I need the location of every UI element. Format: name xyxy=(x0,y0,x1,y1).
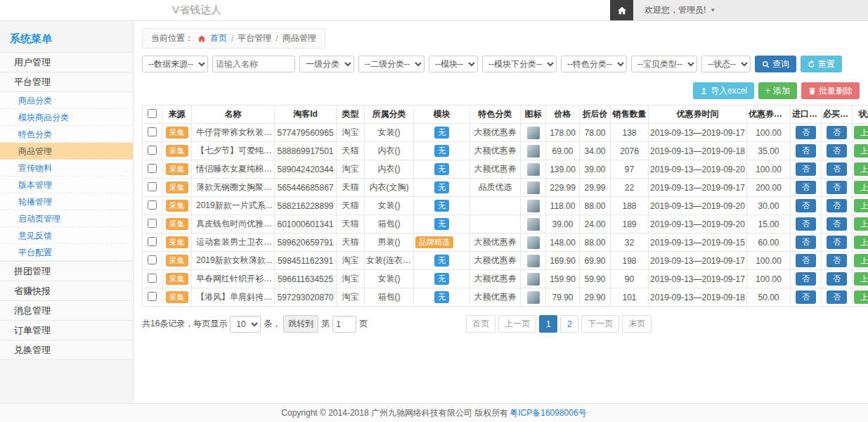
filter-module-subcategory[interactable]: --模块下分类-- xyxy=(482,56,557,72)
status-button[interactable]: 上架 xyxy=(854,199,868,212)
submenu-item-feedback[interactable]: 意见反馈 xyxy=(0,227,133,244)
search-name-input[interactable] xyxy=(212,56,295,72)
import-select-toggle[interactable]: 否 xyxy=(796,272,816,286)
submenu-item-goods-mgmt[interactable]: 商品管理 xyxy=(0,143,133,160)
row-checkbox[interactable] xyxy=(148,146,157,155)
sidebar-item-exchange-mgmt[interactable]: 兑换管理 xyxy=(0,340,133,360)
reset-button[interactable]: 重置 xyxy=(801,56,842,72)
must-buy-toggle[interactable]: 否 xyxy=(827,217,847,231)
row-checkbox[interactable] xyxy=(148,237,157,246)
breadcrumb-item-platform[interactable]: 平台管理 xyxy=(238,32,271,44)
sidebar-item-platform-mgmt[interactable]: 平台管理 xyxy=(0,72,133,92)
refresh-icon xyxy=(808,60,815,68)
page-button-2[interactable]: 2 xyxy=(560,315,578,333)
row-checkbox[interactable] xyxy=(148,182,157,191)
row-checkbox[interactable] xyxy=(148,255,157,264)
user-menu[interactable]: 欢迎您，管理员! ▼ xyxy=(633,0,868,20)
submenu-item-version-mgmt[interactable]: 版本管理 xyxy=(0,177,133,193)
import-select-toggle[interactable]: 否 xyxy=(796,254,816,267)
table-row: 采集 2019新款一片式系... 588216228899 天猫 女装() 无 … xyxy=(143,197,868,215)
row-checkbox[interactable] xyxy=(148,274,157,283)
import-icon xyxy=(700,87,708,95)
status-button[interactable]: 上架 xyxy=(854,290,868,304)
add-button[interactable]: + 添加 xyxy=(758,82,797,99)
must-buy-toggle[interactable]: 否 xyxy=(827,144,847,158)
import-select-toggle[interactable]: 否 xyxy=(796,290,816,304)
submenu-item-module-goods-category[interactable]: 模块商品分类 xyxy=(0,109,133,126)
search-button[interactable]: 查询 xyxy=(755,56,796,72)
status-button[interactable]: 上架 xyxy=(854,181,868,194)
must-buy-toggle[interactable]: 否 xyxy=(827,126,847,139)
submenu-item-goods-category[interactable]: 商品分类 xyxy=(0,92,133,109)
status-button[interactable]: 上架 xyxy=(854,126,868,139)
filter-feature-category[interactable]: --特色分类-- xyxy=(561,56,627,72)
per-page-select[interactable]: 10 xyxy=(230,316,261,333)
filter-item-type[interactable]: --宝贝类型-- xyxy=(631,56,697,72)
status-button[interactable]: 上架 xyxy=(854,162,868,176)
must-buy-toggle[interactable]: 否 xyxy=(827,272,847,286)
filter-status[interactable]: --状态-- xyxy=(701,56,751,72)
status-button[interactable]: 上架 xyxy=(854,236,868,249)
import-select-toggle[interactable]: 否 xyxy=(796,217,816,231)
product-type: 淘宝 xyxy=(337,124,365,142)
product-category: 内衣() xyxy=(365,142,414,160)
must-buy-toggle[interactable]: 否 xyxy=(827,181,847,194)
import-select-toggle[interactable]: 否 xyxy=(796,162,816,176)
row-checkbox[interactable] xyxy=(148,219,157,228)
filter-level1-category[interactable]: 一级分类 xyxy=(299,56,354,72)
import-select-toggle[interactable]: 否 xyxy=(796,126,816,139)
must-buy-toggle[interactable]: 否 xyxy=(827,236,847,249)
submenu-item-splash-mgmt[interactable]: 启动页管理 xyxy=(0,210,133,227)
submenu-item-promo-material[interactable]: 宣传物料 xyxy=(0,160,133,177)
must-buy-toggle[interactable]: 否 xyxy=(827,162,847,176)
must-buy-toggle[interactable]: 否 xyxy=(827,254,847,267)
sidebar-item-group-buy-mgmt[interactable]: 拼团管理 xyxy=(0,261,133,281)
jump-button[interactable]: 跳转到 xyxy=(283,315,318,333)
select-all-checkbox[interactable] xyxy=(148,109,157,118)
row-checkbox[interactable] xyxy=(148,164,157,173)
row-checkbox[interactable] xyxy=(148,292,157,301)
import-select-toggle[interactable]: 否 xyxy=(796,199,816,212)
icp-link[interactable]: 粤ICP备16098006号 xyxy=(510,407,586,419)
import-select-toggle[interactable]: 否 xyxy=(796,181,816,194)
submenu-item-platform-config[interactable]: 平台配置 xyxy=(0,244,133,261)
prev-page-button[interactable]: 上一页 xyxy=(498,315,536,333)
import-select-toggle[interactable]: 否 xyxy=(796,236,816,249)
submenu-item-feature-category[interactable]: 特色分类 xyxy=(0,126,133,143)
status-button[interactable]: 上架 xyxy=(854,144,868,158)
import-excel-button[interactable]: 导入excel xyxy=(693,82,754,99)
product-name: 【七夕节】可爱纯棉家... xyxy=(192,142,275,160)
sidebar-item-save-news[interactable]: 省赚快报 xyxy=(0,281,133,301)
sales-count: 188 xyxy=(611,197,649,215)
coupon-amount: 200.00 xyxy=(747,179,791,197)
filter-data-source[interactable]: --数据来源-- xyxy=(142,56,208,72)
bulk-delete-button[interactable]: 批量删除 xyxy=(801,82,860,99)
coupon-amount: 100.00 xyxy=(747,160,791,179)
page-jump-input[interactable] xyxy=(332,316,356,333)
breadcrumb-home-link[interactable]: 首页 xyxy=(210,32,227,44)
feature-category: 大额优惠券 xyxy=(470,142,521,160)
row-checkbox[interactable] xyxy=(148,127,157,136)
filter-module[interactable]: --模块-- xyxy=(429,56,478,72)
page-button-1[interactable]: 1 xyxy=(539,315,557,333)
sidebar-item-order-mgmt[interactable]: 订单管理 xyxy=(0,320,133,340)
filter-level2-category[interactable]: --二级分类-- xyxy=(358,56,425,72)
next-page-button[interactable]: 下一页 xyxy=(581,315,619,333)
table-toolbar: 导入excel + 添加 批量删除 xyxy=(142,82,860,99)
first-page-button[interactable]: 首页 xyxy=(466,315,495,333)
must-buy-toggle[interactable]: 否 xyxy=(827,199,847,212)
must-buy-toggle[interactable]: 否 xyxy=(827,290,847,304)
col-coupon-time: 优惠券时间 xyxy=(649,106,747,124)
status-button[interactable]: 上架 xyxy=(854,272,868,286)
last-page-button[interactable]: 末页 xyxy=(622,315,652,333)
discount-price: 29.90 xyxy=(580,288,611,307)
import-select-toggle[interactable]: 否 xyxy=(796,144,816,158)
submenu-item-carousel-mgmt[interactable]: 轮播管理 xyxy=(0,193,133,210)
status-button[interactable]: 上架 xyxy=(854,217,868,231)
home-icon[interactable] xyxy=(610,0,633,20)
row-checkbox[interactable] xyxy=(148,200,157,210)
sidebar-item-message-mgmt[interactable]: 消息管理 xyxy=(0,300,133,321)
sidebar-item-user-mgmt[interactable]: 用户管理 xyxy=(0,52,133,72)
taoke-id: 601000601341 xyxy=(275,215,337,234)
status-button[interactable]: 上架 xyxy=(854,254,868,267)
